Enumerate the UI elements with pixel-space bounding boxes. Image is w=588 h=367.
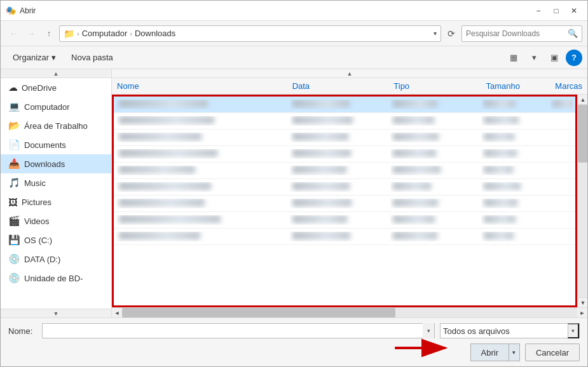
hscroll-thumb[interactable] — [122, 308, 395, 317]
forward-button[interactable]: → — [24, 26, 39, 41]
view-dropdown[interactable]: ▾ — [525, 50, 543, 66]
sidebar-item-desktop[interactable]: 📂 Área de Trabalho — [1, 116, 111, 135]
open-button-container: Abrir ▾ — [470, 344, 520, 361]
red-arrow-indicator — [392, 338, 456, 357]
sidebar-item-downloads[interactable]: 📥 Downloads — [1, 154, 111, 173]
open-button[interactable]: Abrir — [470, 344, 509, 361]
sidebar-osc-label: OS (C:) — [24, 236, 52, 245]
datad-icon: 💿 — [8, 253, 20, 265]
minimize-button[interactable]: − — [530, 4, 547, 18]
table-row[interactable] — [114, 113, 575, 130]
vscroll-up-button[interactable]: ▲ — [578, 95, 587, 105]
breadcrumb-dropdown[interactable]: ▾ — [434, 30, 437, 37]
address-bar: ← → ↑ 📁 › Computador › Downloads ▾ ⟳ 🔍 — [1, 21, 587, 46]
filename-input-container: ▾ — [42, 323, 435, 338]
vertical-scrollbar: ▲ ▼ — [577, 95, 587, 307]
new-folder-button[interactable]: Nova pasta — [64, 49, 120, 67]
hscroll-track — [122, 308, 577, 317]
breadcrumb: 📁 › Computador › Downloads ▾ — [59, 25, 441, 42]
sidebar-scroll-down[interactable]: ▼ — [1, 309, 111, 317]
table-row[interactable] — [114, 146, 575, 163]
sidebar-item-music[interactable]: 🎵 Music — [1, 173, 111, 192]
filename-dropdown-button[interactable]: ▾ — [423, 323, 434, 338]
computador-icon: 💻 — [8, 101, 20, 112]
filename-label: Nome: — [8, 326, 37, 336]
dialog-window: 🎭 Abrir − □ ✕ ← → ↑ 📁 › Computador › Dow… — [0, 0, 588, 367]
search-input[interactable] — [466, 29, 568, 38]
collapse-button[interactable]: ▲ — [112, 69, 587, 78]
dialog-title: Abrir — [20, 6, 530, 15]
toolbar: Organizar ▾ Nova pasta ▦ ▾ ▣ ? — [1, 46, 587, 69]
sidebar-item-bd[interactable]: 💿 Unidade de BD- — [1, 269, 111, 288]
help-button[interactable]: ? — [566, 50, 582, 66]
col-header-marcas[interactable]: Marcas — [552, 81, 585, 91]
table-row[interactable] — [114, 179, 575, 196]
column-headers: Nome Data Tipo Tamanho Marcas — [112, 78, 587, 95]
table-row[interactable] — [114, 212, 575, 229]
bottom-section: Nome: ▾ Todos os arquivos ▾ Abr — [1, 317, 587, 366]
sidebar-item-videos[interactable]: 🎬 Videos — [1, 211, 111, 230]
sidebar-item-pictures[interactable]: 🖼 Pictures — [1, 192, 111, 211]
maximize-button[interactable]: □ — [548, 4, 564, 18]
close-button[interactable]: ✕ — [566, 4, 582, 18]
refresh-button[interactable]: ⟳ — [444, 26, 459, 41]
downloads-icon: 📥 — [8, 158, 20, 170]
sidebar: ▲ ☁ OneDrive 💻 Computador 📂 Área de Trab… — [1, 69, 112, 317]
sidebar-computador-label: Computador — [24, 102, 70, 112]
filetype-text: Todos os arquivos — [441, 326, 568, 336]
panel-button[interactable]: ▣ — [545, 50, 563, 66]
filename-row: Nome: ▾ Todos os arquivos ▾ — [8, 323, 580, 338]
sidebar-documents-label: Documents — [24, 140, 66, 150]
table-row[interactable] — [114, 196, 575, 212]
documents-icon: 📄 — [8, 139, 20, 150]
table-row[interactable] — [114, 163, 575, 179]
bd-icon: 💿 — [8, 272, 20, 284]
sidebar-item-osc[interactable]: 💾 OS (C:) — [1, 230, 111, 250]
desktop-icon: 📂 — [8, 120, 20, 131]
sidebar-onedrive-label: OneDrive — [22, 83, 57, 93]
music-icon: 🎵 — [8, 177, 20, 189]
filetype-dropdown-button[interactable]: ▾ — [568, 323, 579, 338]
vscroll-down-button[interactable]: ▼ — [578, 297, 587, 307]
up-button[interactable]: ↑ — [41, 26, 57, 41]
hscroll-right-button[interactable]: ► — [577, 308, 587, 318]
cancel-button[interactable]: Cancelar — [525, 344, 580, 361]
table-row[interactable] — [114, 97, 575, 113]
sidebar-downloads-label: Downloads — [24, 159, 65, 169]
sidebar-music-label: Music — [24, 178, 46, 188]
hscroll-left-button[interactable]: ◄ — [112, 308, 122, 318]
search-box: 🔍 — [462, 25, 582, 42]
col-header-nome[interactable]: Nome — [114, 81, 290, 91]
videos-icon: 🎬 — [8, 215, 20, 227]
vscroll-thumb[interactable] — [578, 105, 587, 163]
sidebar-desktop-label: Área de Trabalho — [24, 121, 88, 131]
sidebar-scroll-up[interactable]: ▲ — [1, 69, 111, 78]
col-header-data[interactable]: Data — [290, 81, 392, 91]
col-header-tipo[interactable]: Tipo — [391, 81, 483, 91]
breadcrumb-downloads: Downloads — [135, 29, 175, 38]
title-bar: 🎭 Abrir − □ ✕ — [1, 1, 587, 21]
organize-dropdown-icon: ▾ — [51, 53, 56, 62]
sidebar-bd-label: Unidade de BD- — [24, 274, 83, 283]
filename-input[interactable] — [43, 324, 423, 338]
file-area: ▲ Nome Data Tipo Tamanho Marcas — [112, 69, 587, 317]
new-folder-label: Nova pasta — [71, 53, 113, 62]
view-icon: ▦ — [510, 53, 517, 62]
sidebar-item-documents[interactable]: 📄 Documents — [1, 135, 111, 154]
sidebar-item-onedrive[interactable]: ☁ OneDrive — [1, 78, 111, 97]
sidebar-datad-label: DATA (D:) — [24, 255, 60, 264]
open-dropdown-button[interactable]: ▾ — [509, 344, 520, 361]
sidebar-item-computador[interactable]: 💻 Computador — [1, 97, 111, 116]
sidebar-item-datad[interactable]: 💿 DATA (D:) — [1, 250, 111, 269]
organize-button[interactable]: Organizar ▾ — [6, 49, 63, 67]
sidebar-pictures-label: Pictures — [22, 197, 51, 207]
search-icon[interactable]: 🔍 — [568, 29, 578, 38]
table-row[interactable] — [114, 229, 575, 245]
main-area: ▲ ☁ OneDrive 💻 Computador 📂 Área de Trab… — [1, 69, 587, 317]
view-button[interactable]: ▦ — [505, 50, 523, 66]
back-button[interactable]: ← — [6, 26, 21, 41]
col-header-tamanho[interactable]: Tamanho — [483, 81, 552, 91]
horizontal-scrollbar: ◄ ► — [112, 307, 587, 317]
toolbar-right: ▦ ▾ ▣ ? — [505, 50, 582, 66]
table-row[interactable] — [114, 130, 575, 146]
